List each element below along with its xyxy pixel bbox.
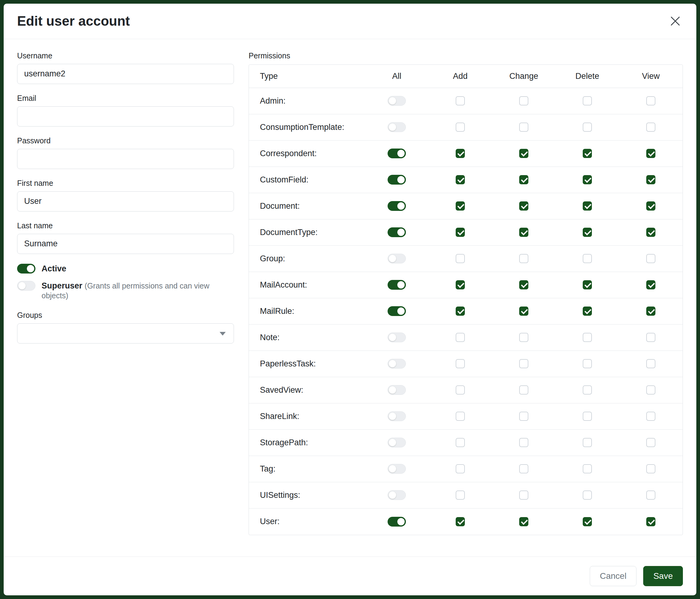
permission-add-checkbox[interactable] — [456, 412, 465, 421]
permission-change-checkbox[interactable] — [519, 464, 528, 473]
permission-delete-checkbox[interactable] — [583, 228, 592, 237]
permission-all-toggle[interactable] — [388, 122, 406, 132]
permission-add-checkbox[interactable] — [456, 464, 465, 473]
permission-change-checkbox[interactable] — [519, 438, 528, 447]
permission-view-checkbox[interactable] — [646, 412, 655, 421]
permission-view-checkbox[interactable] — [646, 385, 655, 394]
first-name-input[interactable] — [17, 191, 234, 212]
permission-delete-checkbox[interactable] — [583, 307, 592, 316]
permission-add-checkbox[interactable] — [456, 254, 465, 263]
permission-delete-checkbox[interactable] — [583, 490, 592, 500]
permission-view-checkbox[interactable] — [646, 96, 655, 105]
permission-change-checkbox[interactable] — [519, 359, 528, 368]
permission-delete-checkbox[interactable] — [583, 96, 592, 105]
permission-add-checkbox[interactable] — [456, 280, 465, 289]
superuser-toggle[interactable] — [17, 281, 35, 291]
permission-delete-checkbox[interactable] — [583, 359, 592, 368]
permission-change-checkbox[interactable] — [519, 385, 528, 394]
permission-view-checkbox[interactable] — [646, 175, 655, 184]
permission-all-toggle[interactable] — [388, 306, 406, 316]
permission-add-checkbox[interactable] — [456, 359, 465, 368]
permission-add-checkbox[interactable] — [456, 517, 465, 526]
permission-view-checkbox[interactable] — [646, 517, 655, 526]
permission-delete-checkbox[interactable] — [583, 412, 592, 421]
cancel-button[interactable]: Cancel — [590, 566, 636, 586]
permission-delete-checkbox[interactable] — [583, 385, 592, 394]
permission-delete-checkbox[interactable] — [583, 149, 592, 158]
permission-view-checkbox[interactable] — [646, 228, 655, 237]
permission-delete-checkbox[interactable] — [583, 333, 592, 342]
permission-change-checkbox[interactable] — [519, 280, 528, 289]
permission-change-checkbox[interactable] — [519, 412, 528, 421]
permission-view-checkbox[interactable] — [646, 359, 655, 368]
permission-view-checkbox[interactable] — [646, 280, 655, 289]
permission-all-toggle[interactable] — [388, 464, 406, 474]
active-toggle[interactable] — [17, 264, 35, 273]
last-name-input[interactable] — [17, 234, 234, 254]
permission-all-toggle[interactable] — [388, 201, 406, 211]
permission-all-toggle[interactable] — [388, 280, 406, 290]
permission-add-checkbox[interactable] — [456, 201, 465, 211]
permission-add-checkbox[interactable] — [456, 228, 465, 237]
permission-change-checkbox[interactable] — [519, 149, 528, 158]
permission-all-toggle[interactable] — [388, 96, 406, 106]
permission-add-checkbox[interactable] — [456, 333, 465, 342]
permission-change-checkbox[interactable] — [519, 490, 528, 500]
permission-add-checkbox[interactable] — [456, 385, 465, 394]
permission-delete-checkbox[interactable] — [583, 438, 592, 447]
permission-all-toggle[interactable] — [388, 385, 406, 395]
permission-all-toggle[interactable] — [388, 227, 406, 237]
permission-add-checkbox[interactable] — [456, 438, 465, 447]
modal-title: Edit user account — [17, 14, 130, 29]
permission-view-checkbox[interactable] — [646, 123, 655, 132]
permission-view-checkbox[interactable] — [646, 333, 655, 342]
permission-delete-checkbox[interactable] — [583, 254, 592, 263]
email-label: Email — [17, 94, 234, 103]
permission-add-checkbox[interactable] — [456, 490, 465, 500]
permission-add-checkbox[interactable] — [456, 175, 465, 184]
permission-view-checkbox[interactable] — [646, 201, 655, 211]
permission-all-toggle[interactable] — [388, 438, 406, 448]
permission-view-checkbox[interactable] — [646, 149, 655, 158]
permission-delete-checkbox[interactable] — [583, 464, 592, 473]
permission-all-toggle[interactable] — [388, 148, 406, 158]
permission-delete-checkbox[interactable] — [583, 201, 592, 211]
permission-view-checkbox[interactable] — [646, 464, 655, 473]
permission-change-checkbox[interactable] — [519, 175, 528, 184]
permission-add-checkbox[interactable] — [456, 123, 465, 132]
permission-all-toggle[interactable] — [388, 517, 406, 527]
permission-add-checkbox[interactable] — [456, 307, 465, 316]
permission-all-toggle[interactable] — [388, 333, 406, 342]
permission-change-checkbox[interactable] — [519, 228, 528, 237]
permission-type-label: User: — [249, 517, 365, 526]
password-input[interactable] — [17, 149, 234, 169]
permission-change-checkbox[interactable] — [519, 307, 528, 316]
permission-view-checkbox[interactable] — [646, 438, 655, 447]
permission-view-checkbox[interactable] — [646, 490, 655, 500]
close-button[interactable] — [668, 14, 683, 29]
permission-all-toggle[interactable] — [388, 411, 406, 421]
permission-delete-checkbox[interactable] — [583, 280, 592, 289]
permission-type-label: PaperlessTask: — [249, 359, 365, 368]
permission-change-checkbox[interactable] — [519, 333, 528, 342]
permission-add-checkbox[interactable] — [456, 149, 465, 158]
groups-select[interactable] — [17, 324, 234, 343]
permission-view-checkbox[interactable] — [646, 254, 655, 263]
permission-change-checkbox[interactable] — [519, 123, 528, 132]
permission-view-checkbox[interactable] — [646, 307, 655, 316]
permission-delete-checkbox[interactable] — [583, 175, 592, 184]
email-input[interactable] — [17, 106, 234, 126]
permission-all-toggle[interactable] — [388, 175, 406, 185]
permission-change-checkbox[interactable] — [519, 96, 528, 105]
permission-add-checkbox[interactable] — [456, 96, 465, 105]
username-input[interactable] — [17, 64, 234, 84]
permission-all-toggle[interactable] — [388, 254, 406, 263]
permission-delete-checkbox[interactable] — [583, 123, 592, 132]
save-button[interactable]: Save — [643, 566, 683, 586]
permission-change-checkbox[interactable] — [519, 517, 528, 526]
permission-all-toggle[interactable] — [388, 359, 406, 368]
permission-change-checkbox[interactable] — [519, 201, 528, 211]
permission-all-toggle[interactable] — [388, 490, 406, 500]
permission-delete-checkbox[interactable] — [583, 517, 592, 526]
permission-change-checkbox[interactable] — [519, 254, 528, 263]
